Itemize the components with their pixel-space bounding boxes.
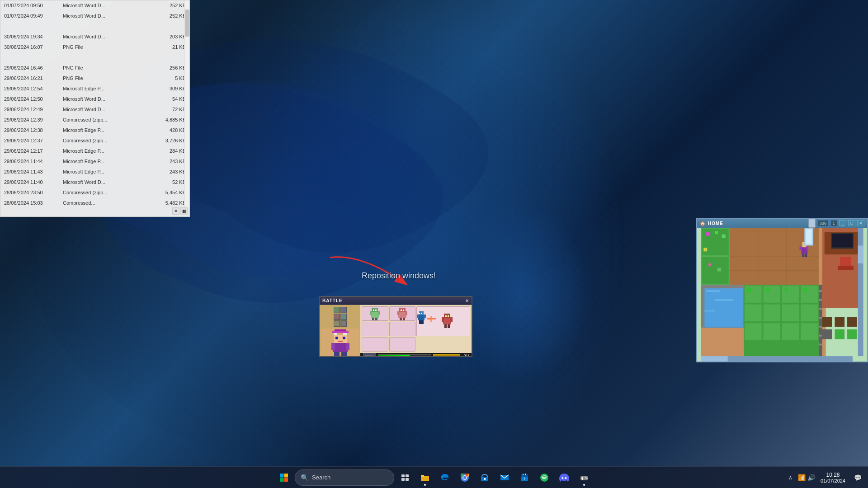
table-row[interactable]: 29/06/2024 11:43Microsoft Edge P...243 K…: [0, 167, 189, 177]
battle-close-btn[interactable]: ✕: [465, 298, 469, 303]
game-map: [697, 228, 867, 361]
battle-cell-3[interactable]: [362, 322, 388, 336]
taskbar-mail-btn[interactable]: [495, 469, 514, 487]
svg-rect-118: [819, 326, 822, 328]
taskbar-game-btn[interactable]: [575, 469, 593, 487]
network-icon[interactable]: 📶: [798, 474, 806, 481]
taskbar-chrome-btn[interactable]: [456, 469, 474, 487]
battle-window[interactable]: BATTLE ✕: [319, 296, 472, 357]
taskbar-spotify-btn[interactable]: [535, 469, 553, 487]
svg-rect-119: [819, 335, 822, 337]
svg-rect-114: [819, 290, 822, 292]
table-row[interactable]: 28/06/2024 23:50Compressed (zipp...5,454…: [0, 188, 189, 198]
file-type: Microsoft Edge P...: [63, 148, 150, 154]
file-list: 01/07/2024 09:50Microsoft Word D...252 K…: [0, 0, 189, 208]
volume-icon[interactable]: 🔊: [807, 474, 815, 481]
battle-cell-2[interactable]: [389, 306, 416, 321]
svg-point-153: [585, 477, 586, 478]
file-size: 309 KB: [150, 86, 186, 91]
svg-rect-81: [840, 257, 851, 266]
file-size: 203 KB: [150, 34, 186, 39]
svg-rect-95: [745, 305, 761, 321]
svg-rect-10: [333, 343, 348, 352]
scrollbar-thumb[interactable]: [185, 9, 189, 37]
battle-new-btn[interactable]: NEW: [363, 353, 376, 357]
taskbar-store-btn[interactable]: [476, 469, 494, 487]
file-type: Microsoft Edge P...: [63, 169, 150, 174]
table-row[interactable]: 29/06/2024 16:21PNG File5 KB: [0, 73, 189, 84]
svg-rect-91: [745, 286, 761, 302]
battle-item-icons: [333, 306, 348, 328]
notification-btn[interactable]: 💬: [851, 469, 864, 487]
table-row[interactable]: 01/07/2024 09:50Microsoft Word D...252 K…: [0, 0, 189, 11]
game-minimize-btn[interactable]: _: [839, 220, 846, 226]
svg-rect-42: [430, 316, 432, 322]
table-row[interactable]: 28/06/2024 15:03Compressed...5,482 KB: [0, 198, 189, 208]
search-icon: 🔍: [301, 474, 308, 481]
table-row[interactable]: 29/06/2024 12:38Microsoft Edge P...428 K…: [0, 125, 189, 136]
file-date: 01/07/2024 09:49: [4, 13, 63, 19]
file-size: 21 KB: [150, 44, 186, 50]
file-type: Microsoft Word D...: [63, 107, 150, 112]
hero-sprite-area: [321, 328, 359, 357]
svg-rect-108: [835, 317, 844, 327]
discord-icon: [559, 474, 569, 482]
file-explorer-panel[interactable]: 01/07/2024 09:50Microsoft Word D...252 K…: [0, 0, 190, 217]
taskbar-calendar-btn[interactable]: 7: [515, 469, 533, 487]
taskbar-file-explorer-btn[interactable]: [416, 469, 434, 487]
svg-rect-34: [418, 315, 425, 320]
svg-rect-115: [819, 299, 822, 301]
battle-cell-4[interactable]: [389, 322, 416, 336]
table-row[interactable]: 01/07/2024 09:49Microsoft Word D...252 K…: [0, 11, 189, 21]
edge-icon: [440, 473, 449, 482]
task-view-btn[interactable]: [396, 469, 414, 487]
battle-cell-6[interactable]: [389, 337, 416, 352]
table-row[interactable]: 30/06/2024 16:07PNG File21 KB: [0, 42, 189, 52]
svg-rect-132: [406, 478, 409, 481]
taskbar-edge-btn[interactable]: [436, 469, 454, 487]
table-row[interactable]: 29/06/2024 16:46PNG File256 KB: [0, 63, 189, 73]
svg-rect-17: [372, 308, 378, 312]
table-row[interactable]: 29/06/2024 12:49Microsoft Word D...72 KB: [0, 104, 189, 115]
svg-rect-22: [375, 318, 377, 320]
table-row[interactable]: 29/06/2024 12:50Microsoft Word D...54 KB: [0, 94, 189, 104]
battle-cell-1[interactable]: [362, 306, 388, 321]
svg-rect-120: [819, 344, 822, 346]
taskbar-discord-btn[interactable]: [555, 469, 573, 487]
game-maximize-btn[interactable]: □: [848, 220, 855, 226]
svg-rect-55: [715, 231, 718, 234]
file-type: Microsoft Word D...: [63, 96, 150, 102]
table-row[interactable]: 30/06/2024 19:34Microsoft Word D...203 K…: [0, 32, 189, 42]
clock-area[interactable]: 10:28 01/07/2024: [817, 472, 849, 483]
game-window[interactable]: 🏠 HOME 536 1 _ □ ✕: [696, 218, 868, 362]
search-bar[interactable]: 🔍 Search: [295, 469, 394, 486]
battle-title: BATTLE: [322, 298, 343, 303]
table-row[interactable]: 29/06/2024 12:17Microsoft Edge P...284 K…: [0, 146, 189, 156]
svg-rect-12: [346, 343, 349, 350]
view-list-btn[interactable]: ≡: [172, 207, 179, 215]
file-type: Microsoft Word D...: [63, 3, 150, 8]
table-row[interactable]: 29/06/2024 12:37Compressed (zipp...3,726…: [0, 136, 189, 146]
svg-rect-117: [819, 317, 822, 319]
flask-icon: [808, 219, 816, 228]
table-row[interactable]: 29/06/2024 12:39Compressed (zipp...4,885…: [0, 115, 189, 125]
scrollbar[interactable]: [184, 0, 189, 208]
system-tray[interactable]: ∧: [785, 467, 796, 488]
file-type: Microsoft Word D...: [63, 179, 150, 185]
file-date: 28/06/2024 15:03: [4, 200, 63, 206]
table-row[interactable]: [0, 21, 189, 32]
file-date: 29/06/2024 11:43: [4, 169, 63, 174]
table-row[interactable]: 29/06/2024 12:54Microsoft Edge P...309 K…: [0, 84, 189, 94]
icon-row-1: [334, 307, 347, 313]
battle-content: BBX LV.2: [320, 305, 472, 356]
start-button[interactable]: [275, 469, 293, 487]
battle-cell-5[interactable]: [362, 337, 388, 352]
desktop: 01/07/2024 09:50Microsoft Word D...252 K…: [0, 0, 868, 488]
svg-rect-61: [717, 268, 721, 272]
view-grid-btn[interactable]: ▦: [180, 207, 188, 215]
table-row[interactable]: 29/06/2024 11:44Microsoft Edge P...243 K…: [0, 156, 189, 167]
svg-rect-105: [785, 288, 788, 292]
game-close-btn[interactable]: ✕: [857, 220, 864, 226]
table-row[interactable]: 29/06/2024 11:40Microsoft Word D...52 KB: [0, 177, 189, 188]
table-row[interactable]: [0, 52, 189, 63]
